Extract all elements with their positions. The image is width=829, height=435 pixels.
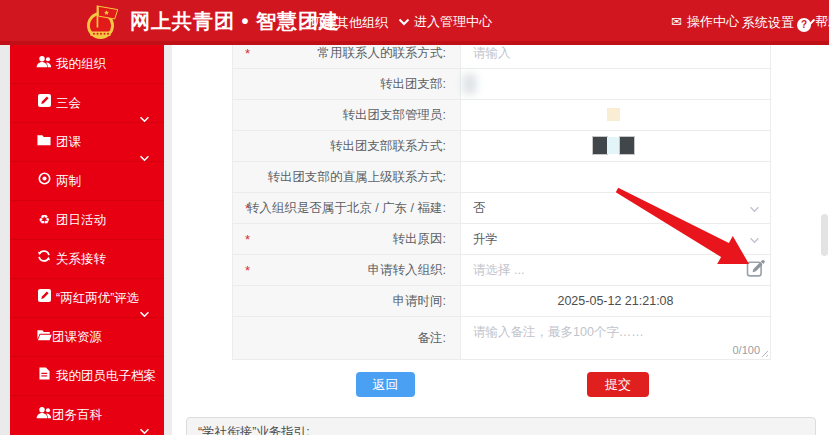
edit-icon: [746, 267, 766, 282]
chevron-down-icon: [749, 230, 760, 248]
system-settings-label: 系统设置: [742, 15, 794, 30]
action-center-link[interactable]: ✉操作中心: [671, 0, 739, 45]
switch-organization-label: 切换其他组织: [310, 15, 388, 30]
form-row-target-organization: * 申请转入组织: 请选择 ...: [233, 255, 770, 286]
selected-value: 升学: [473, 231, 498, 248]
action-center-label: 操作中心: [687, 14, 739, 29]
field-label: 常用联系人的联系方式:: [318, 45, 446, 62]
page-left-margin: [0, 45, 10, 435]
required-asterisk: *: [245, 46, 250, 61]
chevron-down-icon: [749, 199, 760, 217]
submit-button[interactable]: 提交: [587, 372, 649, 397]
sidebar-item-label: “两红两优”评选: [56, 291, 139, 305]
field-label: 转出团支部联系方式:: [330, 138, 446, 155]
guide-title: “学社衔接”业务指引:: [198, 424, 310, 435]
transfer-application-form: * 常用联系人的联系方式: 请输入 转出团支部: 转出团支部管理员:: [232, 38, 771, 360]
sidebar-item-league-wiki[interactable]: 团务百科: [10, 396, 164, 434]
field-label: 转出团支部管理员:: [343, 107, 446, 124]
sidebar-item-sanhui[interactable]: 三会: [10, 84, 164, 123]
sidebar-item-liangzhi[interactable]: 两制: [10, 162, 164, 201]
redacted-value-blur: [463, 74, 476, 94]
redacted-value-block: [620, 137, 634, 154]
sidebar-item-label: 关系接转: [56, 252, 106, 266]
header-bar: 网上共青团 • 智慧团建 切换其他组织 进入管理中心 ✉操作中心 系统设置 ?帮…: [0, 0, 829, 45]
help-link[interactable]: ?帮助: [797, 0, 829, 45]
field-label: 转出原因:: [393, 231, 446, 248]
remark-textarea[interactable]: 请输入备注，最多100个字…… 0/100: [461, 317, 770, 359]
league-emblem-logo: [84, 3, 124, 45]
sidebar-item-member-earchive[interactable]: 我的团员电子档案: [10, 357, 164, 396]
sidebar-content-gap: [164, 45, 172, 435]
input-placeholder: 请输入: [473, 45, 511, 62]
application-time-value: 2025-05-12 21:21:08: [461, 294, 770, 308]
reason-select[interactable]: 升学: [461, 224, 770, 254]
mail-icon: ✉: [671, 14, 682, 29]
textarea-resize-handle[interactable]: [759, 348, 768, 357]
form-row-application-time: 申请时间: 2025-05-12 21:21:08: [233, 286, 770, 317]
sidebar-item-label: 两制: [56, 174, 81, 188]
sidebar-item-label: 团务百科: [52, 408, 102, 422]
users-icon: [36, 396, 52, 434]
folder-open-icon: [36, 318, 52, 356]
sidebar-item-relation-transfer[interactable]: 关系接转: [10, 240, 164, 279]
enter-admin-center-link[interactable]: 进入管理中心: [414, 0, 492, 45]
form-row-region-question: * 转入组织是否属于北京 / 广东 / 福建: 否: [233, 193, 770, 224]
redacted-value-block: [607, 108, 620, 121]
page: 我的组织 三会 团课 两制 ♻ 团日活动 关系接转 “两红两优”评选: [0, 0, 829, 435]
choose-organization-edit-button[interactable]: [744, 257, 768, 284]
form-row-transfer-reason: * 转出原因: 升学: [233, 224, 770, 255]
sidebar-item-my-organization[interactable]: 我的组织: [10, 45, 164, 84]
sidebar-item-label: 团课资源: [52, 330, 102, 344]
field-label: 申请转入组织:: [368, 262, 446, 279]
required-asterisk: *: [245, 232, 250, 247]
sidebar: 我的组织 三会 团课 两制 ♻ 团日活动 关系接转 “两红两优”评选: [10, 45, 164, 435]
sidebar-item-label: 团课: [56, 135, 81, 149]
form-row-outgoing-branch-contact: 转出团支部联系方式:: [233, 131, 770, 162]
form-row-outgoing-branch: 转出团支部:: [233, 69, 770, 100]
pen-square-icon: [36, 279, 52, 317]
redacted-value-block: [593, 137, 607, 154]
field-label: 转出团支部的直属上级联系方式:: [268, 169, 446, 186]
sync-icon: [36, 240, 52, 278]
char-counter: 0/100: [732, 344, 760, 356]
chevron-down-icon: [139, 412, 150, 435]
sidebar-item-label: 团日活动: [56, 213, 106, 227]
site-title: 网上共青团 • 智慧团建: [130, 0, 340, 45]
form-row-remark: 备注: 请输入备注，最多100个字…… 0/100: [233, 317, 770, 360]
sidebar-item-lianghong-liangyou[interactable]: “两红两优”评选: [10, 279, 164, 318]
sidebar-item-league-day-activity[interactable]: ♻ 团日活动: [10, 201, 164, 240]
chevron-down-icon: [398, 14, 410, 29]
help-label: 帮助: [815, 14, 829, 29]
target-organization-select[interactable]: 请选择 ...: [461, 255, 770, 285]
field-label: 申请时间:: [393, 293, 446, 310]
selected-value: 否: [473, 200, 486, 217]
region-select[interactable]: 否: [461, 193, 770, 223]
form-row-superior-contact: 转出团支部的直属上级联系方式:: [233, 162, 770, 193]
file-icon: [36, 357, 52, 395]
business-guide-panel: “学社衔接”业务指引:: [186, 417, 816, 435]
form-row-outgoing-branch-admin: 转出团支部管理员:: [233, 100, 770, 131]
sidebar-item-label: 三会: [56, 96, 81, 110]
sidebar-item-course-resources[interactable]: 团课资源: [10, 318, 164, 357]
switch-organization-menu[interactable]: 切换其他组织: [310, 0, 410, 45]
recycle-icon: ♻: [36, 201, 52, 239]
folder-icon: [36, 123, 52, 161]
back-button[interactable]: 返回: [356, 372, 415, 397]
field-label: 备注:: [418, 330, 446, 347]
redacted-value-gap: [607, 137, 620, 154]
help-icon: ?: [797, 18, 811, 32]
field-label: 转入组织是否属于北京 / 广东 / 福建:: [247, 200, 446, 217]
users-icon: [36, 45, 52, 83]
select-placeholder: 请选择 ...: [473, 262, 524, 279]
scrollbar-thumb[interactable]: [821, 214, 828, 256]
sidebar-item-tuanke[interactable]: 团课: [10, 123, 164, 162]
circle-dot-icon: [36, 162, 52, 200]
textarea-placeholder: 请输入备注，最多100个字……: [473, 324, 644, 341]
sidebar-item-label: 我的团员电子档案: [56, 369, 156, 383]
sidebar-item-label: 我的组织: [56, 57, 106, 71]
required-asterisk: *: [245, 263, 250, 278]
pen-square-icon: [36, 84, 52, 122]
field-label: 转出团支部:: [380, 76, 446, 93]
